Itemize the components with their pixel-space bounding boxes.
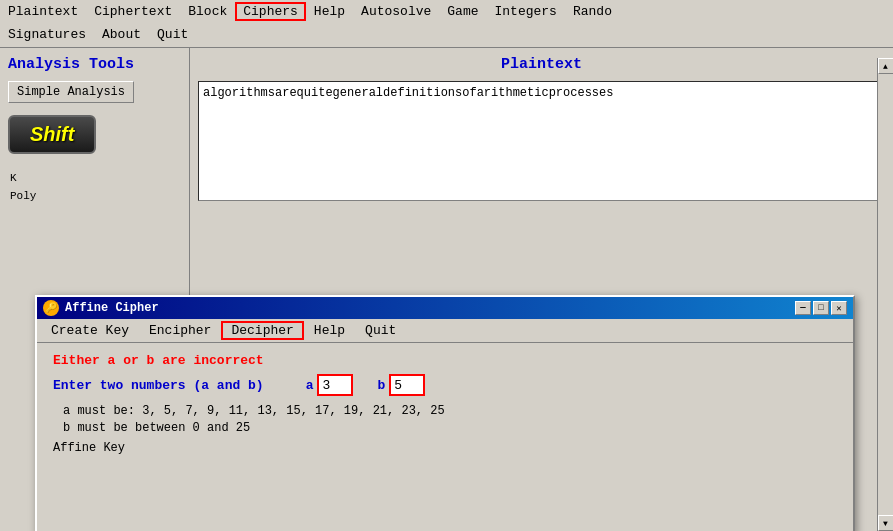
menu-signatures[interactable]: Signatures (0, 25, 94, 44)
dialog-menu-decipher[interactable]: Decipher (221, 321, 303, 340)
menu-plaintext[interactable]: Plaintext (0, 2, 86, 21)
dialog-titlebar: 🔑 Affine Cipher — □ ✕ (37, 297, 853, 319)
left-bottom-items: K Poly (8, 170, 181, 204)
dialog-maximize-button[interactable]: □ (813, 301, 829, 315)
menubar-row1: Plaintext Ciphertext Block Ciphers Help … (0, 0, 893, 23)
dialog-menu-quit[interactable]: Quit (355, 321, 406, 340)
menu-game[interactable]: Game (439, 2, 486, 21)
plaintext-area[interactable]: algorithmsarequitegeneraldefinitionsofar… (198, 81, 885, 201)
simple-analysis-button[interactable]: Simple Analysis (8, 81, 134, 103)
dialog-title-left: 🔑 Affine Cipher (43, 300, 159, 316)
scrollbar-up-button[interactable]: ▲ (878, 58, 894, 74)
dialog-icon: 🔑 (43, 300, 59, 316)
input-row: Enter two numbers (a and b) a b (53, 374, 837, 396)
b-label: b (377, 378, 385, 393)
menu-rando[interactable]: Rando (565, 2, 620, 21)
a-must-be-line: a must be: 3, 5, 7, 9, 11, 13, 15, 17, 1… (63, 404, 837, 418)
affine-key-label: Affine Key (53, 441, 837, 455)
dialog-menu-help[interactable]: Help (304, 321, 355, 340)
dialog-menubar: Create Key Encipher Decipher Help Quit (37, 319, 853, 343)
a-input[interactable] (317, 374, 353, 396)
b-range-line: b must be between 0 and 25 (63, 421, 837, 435)
menubar-row2: Signatures About Quit (0, 23, 893, 47)
menu-about[interactable]: About (94, 25, 149, 44)
plaintext-title: Plaintext (198, 56, 885, 73)
menu-ciphers[interactable]: Ciphers (235, 2, 306, 21)
a-label: a (306, 378, 314, 393)
dialog-close-button[interactable]: ✕ (831, 301, 847, 315)
menubar: Plaintext Ciphertext Block Ciphers Help … (0, 0, 893, 48)
menu-autosolve[interactable]: Autosolve (353, 2, 439, 21)
error-message: Either a or b are incorrect (53, 353, 837, 368)
shift-button[interactable]: Shift (8, 115, 96, 154)
analysis-tools-title: Analysis Tools (8, 56, 181, 73)
menu-integers[interactable]: Integers (487, 2, 565, 21)
menu-block[interactable]: Block (180, 2, 235, 21)
dialog-body: Either a or b are incorrect Enter two nu… (37, 343, 853, 465)
b-input[interactable] (389, 374, 425, 396)
menu-quit[interactable]: Quit (149, 25, 196, 44)
dialog-menu-encipher[interactable]: Encipher (139, 321, 221, 340)
menu-ciphertext[interactable]: Ciphertext (86, 2, 180, 21)
right-scrollbar[interactable]: ▲ ▼ (877, 58, 893, 531)
affine-cipher-dialog: 🔑 Affine Cipher — □ ✕ Create Key Enciphe… (35, 295, 855, 531)
menu-help[interactable]: Help (306, 2, 353, 21)
input-row-label: Enter two numbers (a and b) (53, 378, 264, 393)
dialog-menu-create-key[interactable]: Create Key (41, 321, 139, 340)
dialog-minimize-button[interactable]: — (795, 301, 811, 315)
bottom-item-poly: Poly (8, 188, 181, 204)
dialog-title: Affine Cipher (65, 301, 159, 315)
dialog-controls: — □ ✕ (795, 301, 847, 315)
bottom-item-k: K (8, 170, 181, 186)
scrollbar-down-button[interactable]: ▼ (878, 515, 894, 531)
